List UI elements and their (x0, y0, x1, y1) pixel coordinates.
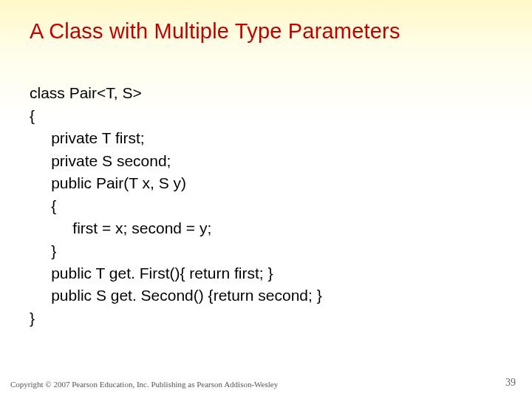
code-line: { (30, 197, 56, 214)
copyright-footer: Copyright © 2007 Pearson Education, Inc.… (10, 380, 278, 389)
code-line: public S get. Second() {return second; } (30, 287, 322, 304)
code-line: class Pair<T, S> (30, 84, 142, 101)
slide: A Class with Multiple Type Parameters cl… (0, 0, 532, 399)
code-line: private S second; (30, 152, 171, 169)
code-line: } (30, 242, 56, 259)
slide-title: A Class with Multiple Type Parameters (30, 19, 502, 44)
code-line: { (30, 107, 35, 124)
code-block: class Pair<T, S> { private T first; priv… (30, 60, 502, 330)
code-line: private T first; (30, 129, 145, 146)
code-line: } (30, 310, 35, 327)
code-line: public Pair(T x, S y) (30, 174, 186, 191)
code-line: first = x; second = y; (30, 219, 211, 236)
page-number: 39 (505, 377, 516, 389)
code-line: public T get. First(){ return first; } (30, 265, 273, 282)
